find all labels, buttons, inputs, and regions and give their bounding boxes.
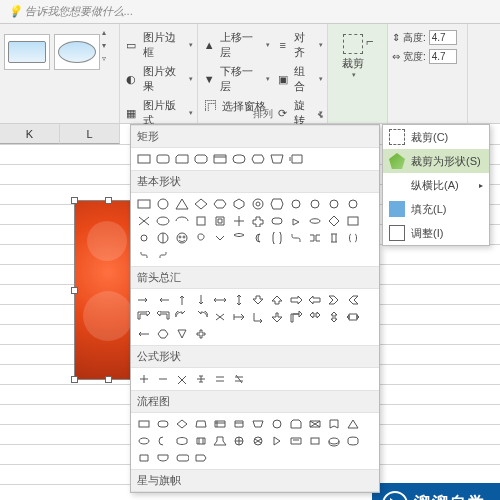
shape-icon[interactable] (212, 434, 228, 448)
shape-icon[interactable] (231, 372, 247, 386)
shape-icon[interactable] (212, 152, 228, 166)
shape-icon[interactable] (136, 327, 152, 341)
shape-icon[interactable] (307, 434, 323, 448)
height-input[interactable]: 4.7 (429, 30, 457, 45)
shape-icon[interactable] (155, 231, 171, 245)
shape-icon[interactable] (307, 197, 323, 211)
shape-icon[interactable] (288, 417, 304, 431)
shape-icon[interactable] (345, 417, 361, 431)
menu-fill[interactable]: 填充(L) (383, 197, 489, 221)
shape-icon[interactable] (193, 152, 209, 166)
shape-icon[interactable] (269, 214, 285, 228)
shape-icon[interactable] (155, 417, 171, 431)
shape-icon[interactable] (288, 152, 304, 166)
shape-icon[interactable] (136, 248, 152, 262)
bring-forward-button[interactable]: ▲上移一层▾ (202, 28, 270, 62)
shape-icon[interactable] (231, 214, 247, 228)
shape-icon[interactable] (326, 310, 342, 324)
menu-crop-to-shape[interactable]: 裁剪为形状(S) (383, 149, 489, 173)
shape-icon[interactable] (326, 434, 342, 448)
shape-icon[interactable] (326, 214, 342, 228)
shape-icon[interactable] (174, 310, 190, 324)
send-backward-button[interactable]: ▼下移一层▾ (202, 62, 270, 96)
shape-icon[interactable] (155, 434, 171, 448)
width-input[interactable]: 4.7 (429, 49, 457, 64)
crop-mark-icon[interactable]: ⌐ (366, 34, 374, 79)
col-header-l[interactable]: L (60, 124, 120, 144)
shape-icon[interactable] (269, 293, 285, 307)
shape-icon[interactable] (193, 434, 209, 448)
align-button[interactable]: ≡对齐▾ (276, 28, 323, 62)
menu-aspect-ratio[interactable]: 纵横比(A)▸ (383, 173, 489, 197)
group-button[interactable]: ▣组合▾ (276, 62, 323, 96)
shape-icon[interactable] (136, 434, 152, 448)
shape-icon[interactable] (193, 214, 209, 228)
shape-icon[interactable] (250, 197, 266, 211)
shape-icon[interactable] (155, 372, 171, 386)
shape-icon[interactable] (155, 293, 171, 307)
shape-icon[interactable] (269, 434, 285, 448)
shape-icon[interactable] (212, 293, 228, 307)
shape-icon[interactable] (212, 372, 228, 386)
shape-icon[interactable] (307, 310, 323, 324)
shape-icon[interactable] (136, 372, 152, 386)
shape-icon[interactable] (136, 152, 152, 166)
shape-icon[interactable] (193, 310, 209, 324)
shape-icon[interactable] (288, 293, 304, 307)
shape-icon[interactable] (193, 293, 209, 307)
shape-icon[interactable] (136, 231, 152, 245)
style-gallery-up-icon[interactable]: ▴ (102, 28, 114, 37)
shape-icon[interactable] (250, 293, 266, 307)
shape-icon[interactable] (269, 231, 285, 245)
shape-icon[interactable] (193, 451, 209, 465)
shape-icon[interactable] (155, 152, 171, 166)
shape-icon[interactable] (155, 310, 171, 324)
shape-icon[interactable] (250, 310, 266, 324)
shape-icon[interactable] (326, 197, 342, 211)
shape-icon[interactable] (212, 197, 228, 211)
tell-me-box[interactable]: 💡 告诉我您想要做什么... (0, 0, 500, 24)
shape-icon[interactable] (231, 231, 247, 245)
shape-icon[interactable] (345, 197, 361, 211)
shape-icon[interactable] (307, 293, 323, 307)
shape-icon[interactable] (193, 327, 209, 341)
shape-icon[interactable] (155, 248, 171, 262)
style-thumb-1[interactable] (4, 34, 50, 70)
picture-effect-button[interactable]: ◐图片效果▾ (124, 62, 193, 96)
crop-group[interactable]: 裁剪 ▾ ⌐ (328, 24, 388, 123)
shape-icon[interactable] (250, 434, 266, 448)
shape-icon[interactable] (155, 327, 171, 341)
menu-crop[interactable]: 裁剪(C) (383, 125, 489, 149)
shape-icon[interactable] (269, 417, 285, 431)
shape-icon[interactable] (269, 152, 285, 166)
shape-icon[interactable] (307, 231, 323, 245)
shape-icon[interactable] (288, 214, 304, 228)
shape-icon[interactable] (231, 434, 247, 448)
shape-icon[interactable] (212, 214, 228, 228)
shape-icon[interactable] (174, 152, 190, 166)
col-header-k[interactable]: K (0, 124, 60, 144)
style-thumb-2[interactable] (54, 34, 100, 70)
shape-icon[interactable] (136, 310, 152, 324)
shape-icon[interactable] (250, 214, 266, 228)
shape-icon[interactable] (174, 214, 190, 228)
shape-icon[interactable] (326, 293, 342, 307)
shape-icon[interactable] (326, 231, 342, 245)
shape-icon[interactable] (212, 231, 228, 245)
shape-icon[interactable] (345, 293, 361, 307)
shape-icon[interactable] (231, 310, 247, 324)
shape-icon[interactable] (307, 417, 323, 431)
style-gallery-down-icon[interactable]: ▾ (102, 41, 114, 50)
shape-icon[interactable] (174, 372, 190, 386)
shape-icon[interactable] (326, 417, 342, 431)
shape-icon[interactable] (250, 152, 266, 166)
shape-icon[interactable] (174, 451, 190, 465)
shape-icon[interactable] (269, 197, 285, 211)
shape-icon[interactable] (345, 214, 361, 228)
shape-icon[interactable] (231, 293, 247, 307)
shape-icon[interactable] (155, 214, 171, 228)
shape-icon[interactable] (307, 214, 323, 228)
shape-icon[interactable] (288, 231, 304, 245)
shape-icon[interactable] (231, 152, 247, 166)
shape-icon[interactable] (193, 417, 209, 431)
